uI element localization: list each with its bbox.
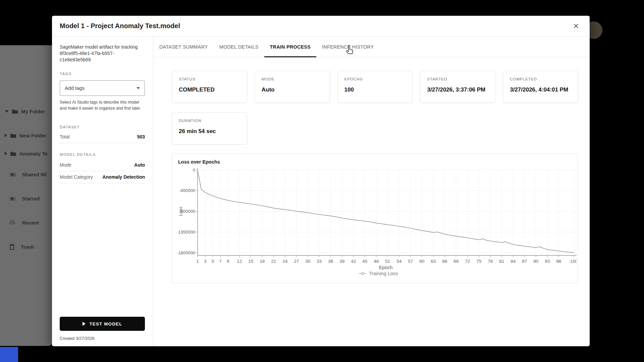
sidebar-item-label: Anomaly Te xyxy=(19,151,48,157)
sidebar-item-anomaly-test[interactable]: Anomaly Te xyxy=(5,147,53,160)
svg-text:69: 69 xyxy=(453,259,459,264)
model-dialog: Model 1 - Project Anomaly Test.model ✕ S… xyxy=(52,16,590,346)
svg-text:75: 75 xyxy=(476,259,481,264)
epochs-card: EPOCHS 100 xyxy=(337,71,413,103)
dialog-title: Model 1 - Project Anomaly Test.model xyxy=(60,22,572,30)
test-model-button[interactable]: TEST MODEL xyxy=(60,317,145,331)
svg-text:39: 39 xyxy=(339,259,344,264)
svg-text:66: 66 xyxy=(442,259,447,264)
play-icon xyxy=(83,322,86,326)
svg-text:7: 7 xyxy=(219,259,222,264)
svg-text:Training Loss: Training Loss xyxy=(369,271,398,276)
svg-text:90: 90 xyxy=(533,259,538,264)
tab-bar: DATASET SUMMARY MODEL DETAILS TRAIN PROC… xyxy=(153,37,590,57)
row-value: Anomaly Detection xyxy=(102,174,145,180)
svg-text:54: 54 xyxy=(396,259,402,264)
svg-text:57: 57 xyxy=(408,259,413,264)
svg-text:36: 36 xyxy=(328,259,333,264)
add-tags-select[interactable]: Add tags xyxy=(60,80,145,96)
svg-text:30: 30 xyxy=(305,259,310,264)
card-value: Auto xyxy=(262,86,323,93)
sidebar-item-label: Recent xyxy=(22,220,39,226)
svg-text:78: 78 xyxy=(488,259,493,264)
card-value: 26 min 54 sec xyxy=(179,128,240,135)
card-label: MODE xyxy=(262,77,323,81)
sidebar-item-new-folder[interactable]: New Folder xyxy=(5,129,53,142)
svg-text:-1350000: -1350000 xyxy=(177,230,195,235)
trash-icon xyxy=(9,244,15,250)
close-icon[interactable]: ✕ xyxy=(572,21,580,31)
tab-train-process[interactable]: TRAIN PROCESS xyxy=(264,37,316,57)
svg-text:24: 24 xyxy=(282,259,288,264)
svg-text:100: 100 xyxy=(570,259,577,264)
folder-icon xyxy=(12,109,18,114)
svg-text:15: 15 xyxy=(248,259,253,264)
chevron-down-icon xyxy=(137,87,140,89)
created-date: Created 3/27/2026 xyxy=(60,336,145,341)
svg-text:Loss: Loss xyxy=(178,206,183,216)
background-file-tree: My Folder New Folder Anomaly Te Shared W… xyxy=(0,45,53,346)
card-value: 3/27/2026, 4:04:01 PM xyxy=(510,86,571,93)
clock-icon xyxy=(9,220,16,226)
sidebar-item-my-folder[interactable]: My Folder xyxy=(5,105,53,118)
hand-cursor xyxy=(345,45,354,55)
model-description: SageMaker model artifact for tracking 6f… xyxy=(60,44,145,63)
chevron-right-icon[interactable] xyxy=(5,152,7,156)
svg-text:72: 72 xyxy=(465,259,470,264)
sidebar-item-label: Starred xyxy=(22,196,40,201)
dialog-main: DATASET SUMMARY MODEL DETAILS TRAIN PROC… xyxy=(153,37,590,346)
taskbar-fragment xyxy=(0,347,18,362)
shared-folder-icon xyxy=(9,172,16,177)
star-icon xyxy=(9,196,16,201)
dataset-header: DATASET xyxy=(60,125,145,129)
add-tags-placeholder: Add tags xyxy=(65,85,85,91)
svg-text:21: 21 xyxy=(271,259,276,264)
card-label: STATUS xyxy=(179,77,240,81)
card-label: EPOCHS xyxy=(344,77,406,81)
card-value: 100 xyxy=(344,86,406,93)
sidebar-item-label: My Folder xyxy=(21,109,45,114)
train-process-panel: STATUS COMPLETED MODE Auto EPOCHS 100 xyxy=(153,57,590,283)
sidebar-item-recent[interactable]: Recent xyxy=(5,216,53,229)
started-card: STARTED 3/27/2026, 3:37:06 PM xyxy=(420,71,495,103)
chevron-down-icon[interactable] xyxy=(5,110,9,113)
tags-helper-text: Select AI Studio tags to describe this m… xyxy=(60,99,145,112)
svg-text:0: 0 xyxy=(193,168,195,173)
loss-chart-card: Loss over Epochs 0-450000-900000-1350000… xyxy=(172,154,578,283)
model-category-row: Model Category Anomaly Detection xyxy=(60,171,145,183)
sidebar-item-label: Shared Wi xyxy=(22,172,47,177)
svg-text:1: 1 xyxy=(196,259,199,264)
svg-text:81: 81 xyxy=(499,259,504,264)
row-label: Mode xyxy=(60,162,71,168)
svg-text:-1800000: -1800000 xyxy=(177,250,195,255)
sidebar-item-shared[interactable]: Shared Wi xyxy=(5,168,53,181)
stats-row-2: DURATION 26 min 54 sec xyxy=(172,112,578,144)
row-label: Model Category xyxy=(60,174,93,180)
completed-card: COMPLETED 3/27/2026, 4:04:01 PM xyxy=(503,71,578,103)
sidebar-item-trash[interactable]: Trash xyxy=(5,240,53,253)
loss-over-epochs-chart: 0-450000-900000-1350000-1800000135791215… xyxy=(177,167,577,279)
duration-card: DURATION 26 min 54 sec xyxy=(172,112,247,144)
chevron-right-icon[interactable] xyxy=(5,133,7,137)
dialog-header: Model 1 - Project Anomaly Test.model ✕ xyxy=(52,16,590,37)
tab-model-details[interactable]: MODEL DETAILS xyxy=(214,37,264,57)
row-value: 503 xyxy=(137,134,145,139)
svg-text:18: 18 xyxy=(260,259,265,264)
card-label: COMPLETED xyxy=(510,77,571,81)
mode-card: MODE Auto xyxy=(255,71,330,103)
svg-text:27: 27 xyxy=(294,259,299,264)
svg-text:84: 84 xyxy=(511,259,516,264)
svg-text:93: 93 xyxy=(545,259,550,264)
svg-text:45: 45 xyxy=(362,259,367,264)
sidebar-item-starred[interactable]: Starred xyxy=(5,192,53,205)
svg-text:9: 9 xyxy=(227,259,229,264)
tags-header: TAGS xyxy=(60,72,145,76)
model-details-header: MODEL DETAILS xyxy=(60,153,145,157)
row-value: Auto xyxy=(134,162,145,168)
folder-icon xyxy=(10,133,16,138)
tab-dataset-summary[interactable]: DATASET SUMMARY xyxy=(154,37,214,57)
svg-text:60: 60 xyxy=(419,259,424,264)
dataset-total-row: Total 503 xyxy=(60,131,145,143)
row-label: Total xyxy=(60,134,70,139)
chart-title: Loss over Epochs xyxy=(178,159,578,165)
